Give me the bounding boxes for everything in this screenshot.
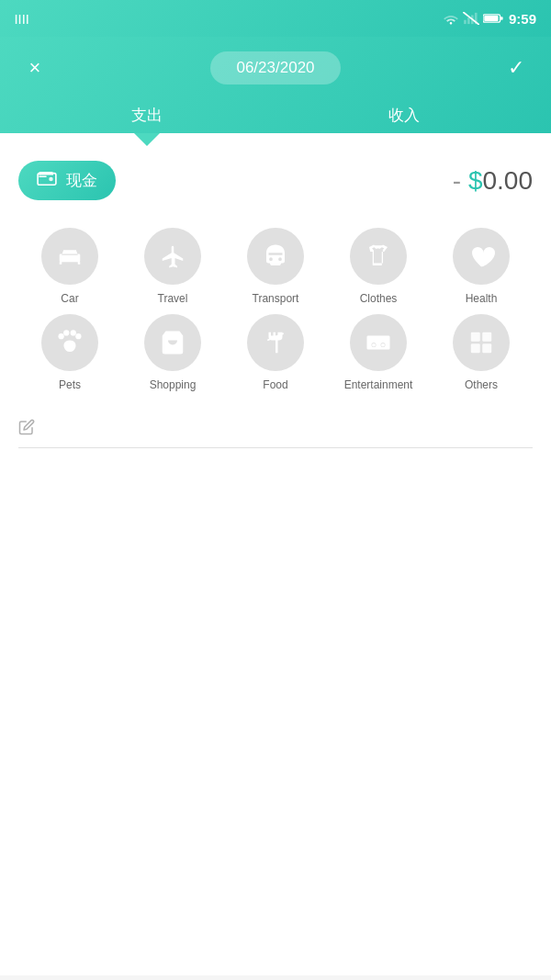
- svg-rect-7: [484, 16, 498, 21]
- close-button[interactable]: ×: [18, 51, 51, 84]
- note-input[interactable]: [44, 422, 533, 437]
- main-content: 现金 - $0.00 Car Travel: [0, 133, 551, 975]
- amount-display: - $0.00: [453, 166, 533, 196]
- cash-row: 现金 - $0.00: [18, 161, 533, 200]
- minus-sign: -: [453, 166, 468, 195]
- category-circle-food: [247, 314, 304, 371]
- tab-income[interactable]: 收入: [352, 97, 456, 133]
- shopping-icon: [159, 329, 186, 356]
- svg-point-16: [381, 344, 385, 347]
- category-item-entertainment[interactable]: Entertainment: [327, 314, 430, 391]
- entertainment-icon: [365, 329, 392, 356]
- svg-rect-6: [500, 17, 503, 19]
- battery-icon: [483, 13, 503, 24]
- tab-bar: 支出 收入: [18, 97, 533, 133]
- category-circle-clothes: [350, 228, 407, 285]
- category-circle-health: [453, 228, 510, 285]
- svg-point-11: [75, 333, 81, 339]
- category-label-health: Health: [466, 292, 498, 305]
- svg-point-12: [63, 330, 69, 335]
- category-grid: Car Travel Transport: [18, 228, 533, 391]
- status-icons: [443, 12, 503, 25]
- svg-rect-8: [38, 174, 56, 186]
- pencil-icon: [18, 419, 35, 440]
- svg-rect-20: [482, 344, 491, 353]
- date-display[interactable]: 06/23/2020: [210, 51, 340, 84]
- category-item-others[interactable]: Others: [430, 314, 533, 391]
- header-nav: × 06/23/2020 ✓: [18, 46, 533, 97]
- category-label-car: Car: [61, 292, 78, 305]
- wifi-icon: [443, 12, 459, 25]
- category-label-entertainment: Entertainment: [344, 378, 413, 391]
- signal-icon: [463, 12, 479, 25]
- carrier-text: ||||: [15, 13, 29, 24]
- status-bar: |||| 9:59: [0, 0, 551, 37]
- svg-point-15: [372, 344, 376, 347]
- svg-rect-1: [467, 17, 470, 24]
- category-item-travel[interactable]: Travel: [121, 228, 224, 305]
- category-label-others: Others: [465, 378, 498, 391]
- tab-expense[interactable]: 支出: [95, 97, 199, 133]
- category-circle-travel: [144, 228, 201, 285]
- category-circle-transport: [247, 228, 304, 285]
- category-circle-entertainment: [350, 314, 407, 371]
- time-display: 9:59: [509, 11, 536, 27]
- car-icon: [56, 242, 84, 270]
- category-circle-pets: [41, 314, 98, 371]
- category-item-transport[interactable]: Transport: [224, 228, 327, 305]
- transport-icon: [262, 242, 289, 270]
- wallet-icon: [37, 170, 57, 186]
- travel-icon: [159, 242, 186, 270]
- others-icon: [467, 329, 495, 356]
- category-item-pets[interactable]: Pets: [18, 314, 121, 391]
- svg-rect-18: [482, 332, 491, 342]
- amount-value: 0.00: [483, 166, 534, 195]
- category-item-clothes[interactable]: Clothes: [327, 228, 430, 305]
- category-label-clothes: Clothes: [360, 292, 398, 305]
- clothes-icon: [365, 242, 392, 270]
- category-item-shopping[interactable]: Shopping: [121, 314, 224, 391]
- category-circle-car: [41, 228, 98, 285]
- category-circle-others: [453, 314, 510, 371]
- cash-badge[interactable]: 现金: [18, 161, 116, 200]
- confirm-button[interactable]: ✓: [500, 51, 533, 84]
- note-row: [18, 419, 533, 448]
- header: × 06/23/2020 ✓ 支出 收入: [0, 37, 551, 133]
- svg-rect-17: [471, 332, 480, 342]
- category-label-transport: Transport: [253, 292, 299, 305]
- category-label-pets: Pets: [59, 378, 81, 391]
- pets-icon: [56, 329, 84, 356]
- food-icon: [262, 329, 289, 356]
- health-icon: [467, 242, 495, 270]
- svg-rect-19: [471, 344, 480, 353]
- category-item-car[interactable]: Car: [18, 228, 121, 305]
- svg-point-13: [71, 330, 76, 335]
- category-label-travel: Travel: [158, 292, 188, 305]
- dollar-sign: $: [468, 166, 483, 195]
- category-circle-shopping: [144, 314, 201, 371]
- category-label-shopping: Shopping: [150, 378, 197, 391]
- cash-label: 现金: [66, 170, 97, 191]
- svg-point-9: [49, 177, 53, 182]
- svg-rect-0: [464, 20, 467, 24]
- category-label-food: Food: [263, 378, 287, 391]
- cash-icon: [37, 170, 57, 191]
- category-item-food[interactable]: Food: [224, 314, 327, 391]
- status-right: 9:59: [443, 11, 536, 27]
- category-item-health[interactable]: Health: [430, 228, 533, 305]
- svg-point-10: [59, 333, 64, 339]
